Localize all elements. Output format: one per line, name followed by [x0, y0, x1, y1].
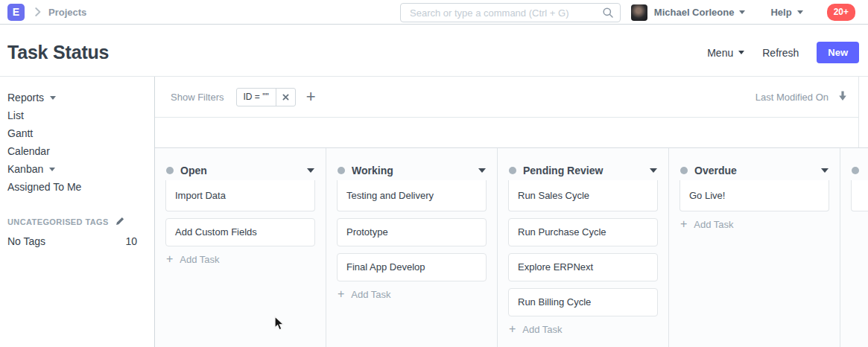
user-avatar[interactable] [631, 4, 647, 21]
kanban-column-partial [840, 148, 868, 347]
show-filters-button[interactable]: Show Filters [171, 92, 224, 103]
search-icon [602, 7, 614, 22]
sidebar-item-label: Kanban [7, 163, 43, 175]
add-task-label: Add Task [180, 254, 219, 265]
add-task-button[interactable]: +Add Task [509, 323, 658, 335]
user-menu[interactable]: Michael Corleone [654, 7, 746, 18]
plus-icon: + [338, 288, 344, 300]
app-logo-letter: E [13, 6, 19, 18]
tag-name: No Tags [7, 235, 45, 247]
kanban-card-title: Run Purchase Cycle [518, 226, 606, 238]
status-indicator-dot [338, 167, 345, 174]
kanban-card[interactable]: Add Custom Fields [165, 218, 315, 246]
kanban-card-list: Run Sales CycleRun Purchase CycleExplore… [498, 180, 668, 335]
add-task-label: Add Task [694, 219, 733, 230]
sidebar-item-gantt[interactable]: Gantt [7, 124, 147, 142]
column-menu-chevron-icon[interactable] [650, 168, 657, 173]
app-window: E Projects Michael Corleone Help 20+ T [0, 0, 868, 347]
navbar-right: Michael Corleone Help 20+ [631, 0, 855, 25]
sidebar-item-no-tags[interactable]: No Tags 10 [7, 235, 147, 247]
kanban-card[interactable]: Prototype [337, 218, 487, 246]
kanban-card[interactable]: Final App Develop [337, 253, 487, 281]
status-indicator-dot [509, 167, 516, 174]
new-button[interactable]: New [817, 42, 859, 63]
sidebar-item-label: Reports [7, 92, 44, 104]
kanban-column-header: Pending Review [498, 148, 668, 180]
sort-control: Last Modified On [755, 77, 847, 118]
chevron-down-icon [49, 168, 55, 171]
add-filter-button[interactable]: + [306, 89, 316, 105]
kanban-card-title: Go Live! [689, 190, 725, 201]
kanban-column-title: Overdue [694, 164, 737, 177]
navbar: E Projects Michael Corleone Help 20+ [0, 0, 868, 25]
kanban-card-title: Run Sales Cycle [518, 190, 589, 201]
sort-field-button[interactable]: Last Modified On [755, 92, 829, 103]
kanban-card[interactable]: Explore ERPNext [508, 253, 658, 281]
column-menu-chevron-icon[interactable] [307, 168, 314, 173]
chevron-down-icon [738, 51, 744, 54]
kanban-card[interactable]: Run Sales Cycle [508, 180, 658, 211]
status-indicator-dot [852, 167, 859, 174]
edit-pencil-icon[interactable] [115, 215, 124, 229]
menu-button-label: Menu [707, 47, 733, 59]
kanban-card[interactable]: Testing and Delivery [337, 180, 487, 211]
kanban-column-pending-review: Pending ReviewRun Sales CycleRun Purchas… [498, 148, 669, 347]
column-menu-chevron-icon[interactable] [821, 168, 829, 173]
add-task-button[interactable]: +Add Task [338, 288, 487, 300]
add-task-button[interactable]: +Add Task [166, 253, 315, 265]
sidebar-item-label: Calendar [7, 145, 50, 157]
chevron-down-icon [50, 96, 56, 100]
page-actions: Menu Refresh New [707, 42, 859, 63]
sidebar-item-kanban[interactable]: Kanban [7, 160, 147, 178]
kanban-card[interactable] [851, 180, 868, 211]
sidebar-item-calendar[interactable]: Calendar [7, 142, 147, 160]
kanban-card-title: Testing and Delivery [346, 190, 434, 201]
kanban-card[interactable]: Run Purchase Cycle [508, 218, 658, 246]
refresh-button[interactable]: Refresh [762, 47, 799, 59]
tags-section-title: UNCATEGORISED TAGS [7, 217, 109, 226]
kanban-card-title: Add Custom Fields [175, 226, 257, 238]
kanban-column-working: WorkingTesting and DeliveryPrototypeFina… [326, 148, 498, 347]
breadcrumb-chevron-icon [35, 7, 41, 16]
status-indicator-dot [166, 167, 174, 174]
sidebar: ReportsListGanttCalendarKanbanAssigned T… [0, 77, 154, 347]
column-menu-chevron-icon[interactable] [478, 168, 486, 173]
filter-chip-label[interactable]: ID = "" [237, 89, 276, 106]
kanban-column-title: Pending Review [523, 164, 603, 177]
tags-section-header: UNCATEGORISED TAGS [7, 215, 147, 229]
search-input[interactable] [400, 3, 621, 22]
kanban-column-title: Working [352, 164, 393, 177]
sidebar-item-list[interactable]: List [7, 106, 147, 124]
kanban-card-title: Explore ERPNext [518, 261, 593, 273]
kanban-card[interactable]: Run Billing Cycle [508, 288, 658, 316]
kanban-card-list [840, 180, 868, 211]
sidebar-item-assigned-to-me[interactable]: Assigned To Me [7, 178, 147, 196]
kanban-column-header: Open [155, 148, 326, 180]
kanban-board: OpenImport DataAdd Custom Fields+Add Tas… [155, 147, 868, 347]
kanban-card[interactable]: Go Live! [679, 180, 829, 211]
chevron-down-icon [797, 10, 803, 14]
filter-chip[interactable]: ID = "" [236, 88, 296, 106]
sort-direction-icon[interactable] [838, 91, 847, 104]
kanban-column-header: Overdue [669, 148, 840, 180]
notifications-badge[interactable]: 20+ [827, 4, 855, 21]
help-menu[interactable]: Help [770, 7, 802, 18]
filter-toolbar: Show Filters ID = "" + Last Modified On [155, 77, 868, 147]
kanban-card-list: Testing and DeliveryPrototypeFinal App D… [326, 180, 497, 300]
filter-remove-button[interactable] [276, 89, 295, 106]
plus-icon: + [680, 218, 687, 230]
filter-row: Show Filters ID = "" + [155, 77, 858, 118]
breadcrumb[interactable]: Projects [48, 7, 86, 18]
kanban-card-title: Run Billing Cycle [518, 296, 591, 308]
toolbar-divider [858, 77, 859, 147]
add-task-button[interactable]: +Add Task [680, 218, 829, 230]
app-logo[interactable]: E [7, 4, 25, 21]
kanban-column-header [840, 148, 868, 180]
kanban-card[interactable]: Import Data [165, 180, 315, 211]
menu-button[interactable]: Menu [707, 47, 744, 59]
sidebar-item-reports[interactable]: Reports [7, 89, 147, 106]
add-task-label: Add Task [522, 324, 562, 335]
kanban-column-title: Open [180, 164, 207, 177]
kanban-column-header: Working [326, 148, 497, 180]
page-title: Task Status [7, 42, 109, 63]
